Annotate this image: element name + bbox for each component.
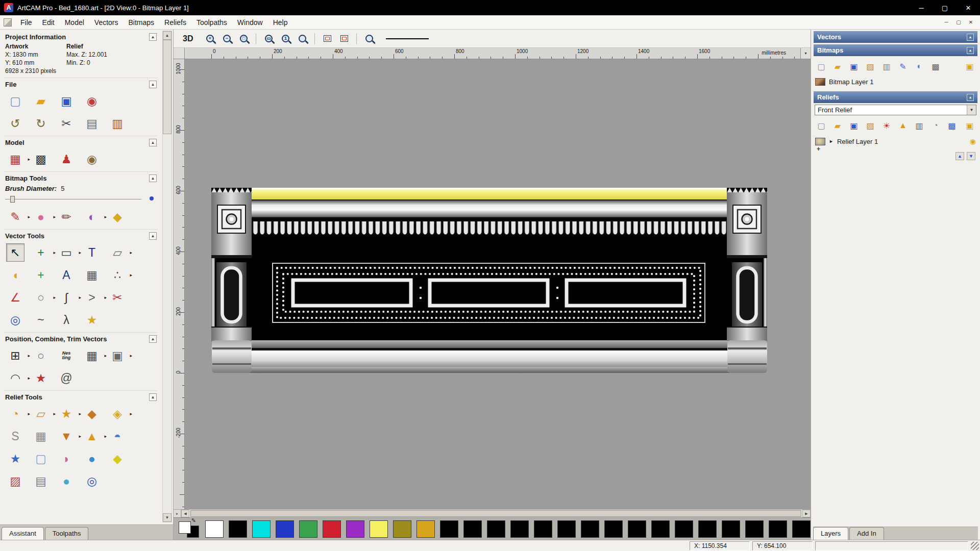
collapse-icon[interactable]: ▲ bbox=[149, 232, 157, 240]
flyout-arrow-icon[interactable]: ▸ bbox=[28, 353, 30, 358]
circular-copy-icon[interactable]: ○ bbox=[32, 346, 50, 365]
palette-swatch[interactable] bbox=[463, 520, 482, 538]
angled-plane-icon[interactable]: ▲▸ bbox=[83, 427, 101, 445]
collapse-icon[interactable]: ▲ bbox=[967, 47, 974, 54]
collapse-icon[interactable]: ▲ bbox=[149, 33, 157, 41]
palette-swatch[interactable] bbox=[557, 520, 576, 538]
flyout-arrow-icon[interactable]: ▸ bbox=[79, 250, 81, 255]
bitmap-thumbnail-icon[interactable] bbox=[815, 78, 825, 86]
palette-swatch[interactable] bbox=[346, 520, 364, 538]
new-bitmap-icon[interactable]: ▢ bbox=[815, 60, 827, 72]
measure-icon[interactable]: ▱▸ bbox=[108, 243, 127, 262]
palette-swatch[interactable] bbox=[581, 520, 599, 538]
palette-swatch[interactable] bbox=[510, 520, 529, 538]
sculpt-relief-icon[interactable]: ★▸ bbox=[57, 405, 76, 423]
spiral-icon[interactable]: @ bbox=[57, 369, 76, 387]
relief-options-icon[interactable]: ▣ bbox=[964, 119, 976, 132]
scroll-up-icon[interactable]: ▲ bbox=[163, 31, 172, 40]
paste-relief-icon[interactable]: ▨ bbox=[864, 119, 876, 132]
collapse-icon[interactable]: ▲ bbox=[149, 335, 157, 343]
palette-swatch[interactable] bbox=[628, 520, 646, 538]
cut-icon[interactable]: ✂ bbox=[57, 114, 76, 133]
palette-swatch[interactable] bbox=[440, 520, 458, 538]
flyout-arrow-icon[interactable]: ▸ bbox=[28, 411, 30, 416]
bitmap-layer-label[interactable]: Bitmap Layer 1 bbox=[829, 78, 873, 86]
toggle-vector-view-button[interactable] bbox=[337, 32, 351, 45]
palette-swatch[interactable] bbox=[698, 520, 717, 538]
drawing-canvas[interactable] bbox=[185, 59, 811, 509]
flyout-arrow-icon[interactable]: ▸ bbox=[28, 375, 30, 381]
minimize-button[interactable]: ─ bbox=[910, 0, 933, 15]
paint-icon[interactable]: ✎▸ bbox=[6, 208, 24, 226]
menu-toolpaths[interactable]: Toolpaths bbox=[191, 16, 232, 29]
save-relief-icon[interactable]: ▣ bbox=[848, 119, 860, 132]
flyout-arrow-icon[interactable]: ▸ bbox=[53, 250, 56, 255]
isolate-relief-icon[interactable]: S bbox=[6, 427, 24, 445]
bed-headboard-artwork[interactable] bbox=[211, 188, 767, 373]
document-icon[interactable] bbox=[4, 18, 12, 27]
create-ellipse-icon[interactable]: ○▸ bbox=[32, 288, 50, 307]
menu-file[interactable]: File bbox=[15, 16, 37, 29]
flyout-arrow-icon[interactable]: ▸ bbox=[53, 295, 56, 300]
palette-swatch[interactable] bbox=[299, 520, 317, 538]
palette-swatch[interactable] bbox=[745, 520, 764, 538]
position-size-icon[interactable]: ⊞▸ bbox=[6, 346, 24, 365]
flyout-arrow-icon[interactable]: ▸ bbox=[130, 353, 132, 358]
mesh-creator-icon[interactable]: ▤ bbox=[32, 472, 50, 490]
collapse-icon[interactable]: ▲ bbox=[149, 139, 157, 146]
slider-thumb[interactable] bbox=[10, 196, 15, 203]
smooth-relief-icon[interactable]: ▱▸ bbox=[32, 405, 50, 423]
merge-bitmap-icon[interactable]: ▥ bbox=[880, 60, 893, 72]
relief-blend-icon[interactable]: ◆ bbox=[83, 405, 101, 423]
resize-grip-icon[interactable] bbox=[971, 542, 979, 550]
flyout-arrow-icon[interactable]: ▸ bbox=[130, 250, 132, 255]
palette-swatch[interactable] bbox=[416, 520, 435, 538]
scrollbar-thumb[interactable] bbox=[190, 510, 801, 517]
create-arc-icon[interactable]: >▸ bbox=[83, 288, 101, 307]
relief-select[interactable]: Front Relief ▼ bbox=[815, 105, 976, 115]
calculate-relief-icon[interactable]: ☀ bbox=[880, 119, 893, 132]
zoom-selection-button[interactable] bbox=[295, 32, 309, 45]
star-relief-icon[interactable]: ★ bbox=[6, 449, 24, 468]
flyout-arrow-icon[interactable]: ▸ bbox=[104, 353, 107, 358]
move-layer-up-icon[interactable]: ▲ bbox=[955, 152, 964, 160]
menu-model[interactable]: Model bbox=[60, 16, 89, 29]
scroll-left-icon[interactable]: ◀ bbox=[181, 510, 189, 517]
bitmap-options-icon[interactable]: ▣ bbox=[964, 60, 976, 72]
draw-icon[interactable]: ✏ bbox=[57, 208, 76, 226]
menu-reliefs[interactable]: Reliefs bbox=[159, 16, 191, 29]
flyout-arrow-icon[interactable]: ▸ bbox=[104, 434, 107, 439]
menu-window[interactable]: Window bbox=[232, 16, 268, 29]
edit-bitmap-icon[interactable]: ✎ bbox=[897, 60, 909, 72]
palette-swatch[interactable] bbox=[769, 520, 787, 538]
open-bitmap-icon[interactable]: ▰ bbox=[831, 60, 844, 72]
export-model-icon[interactable]: ◉ bbox=[83, 92, 101, 110]
palette-swatch[interactable] bbox=[675, 520, 693, 538]
flyout-arrow-icon[interactable]: ▸ bbox=[79, 434, 81, 439]
tab-toolpaths[interactable]: Toolpaths bbox=[45, 527, 89, 540]
flyout-arrow-icon[interactable]: ▸ bbox=[28, 214, 30, 219]
mirror-vectors-icon[interactable]: ◠▸ bbox=[6, 369, 24, 387]
dome-relief-icon[interactable]: ◓ bbox=[108, 427, 127, 445]
zoom-page-button[interactable]: 1 bbox=[278, 32, 292, 45]
relief-thumbnail-icon[interactable] bbox=[815, 138, 825, 145]
flyout-arrow-icon[interactable]: ▸ bbox=[104, 214, 107, 219]
wash-bitmap-icon[interactable]: ◐ bbox=[913, 60, 925, 72]
undo-icon[interactable]: ↺ bbox=[6, 114, 24, 133]
maximize-button[interactable]: ▢ bbox=[933, 0, 957, 15]
palette-swatch[interactable] bbox=[651, 520, 670, 538]
relief-layer-label[interactable]: Relief Layer 1 bbox=[837, 138, 878, 145]
add-layer-icon[interactable]: + bbox=[817, 145, 820, 153]
save-bitmap-icon[interactable]: ▣ bbox=[848, 60, 860, 72]
vectors-header[interactable]: Vectors ▲ bbox=[814, 31, 977, 43]
scroll-right-icon[interactable]: ▶ bbox=[802, 510, 811, 517]
palette-swatch[interactable] bbox=[487, 520, 505, 538]
sphere-relief-icon[interactable]: ● bbox=[57, 472, 76, 490]
smooth-layer-icon[interactable]: ◔ bbox=[929, 119, 942, 132]
transform-vectors-icon[interactable]: +▸ bbox=[32, 243, 50, 262]
zoom-out-button[interactable]: − bbox=[219, 32, 234, 45]
palette-swatch[interactable] bbox=[722, 520, 740, 538]
delete-bitmap-icon[interactable]: ▩ bbox=[929, 60, 942, 72]
flyout-arrow-icon[interactable]: ▸ bbox=[130, 411, 132, 416]
wrap-relief-icon[interactable]: ◈▸ bbox=[108, 405, 127, 423]
